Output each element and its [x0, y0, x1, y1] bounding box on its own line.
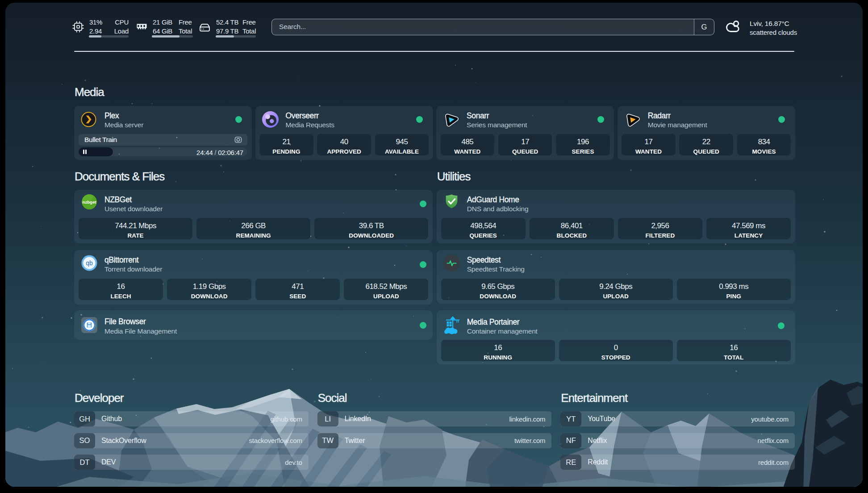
svg-text:nzbget: nzbget: [83, 200, 97, 205]
svg-text:qb: qb: [86, 259, 93, 267]
